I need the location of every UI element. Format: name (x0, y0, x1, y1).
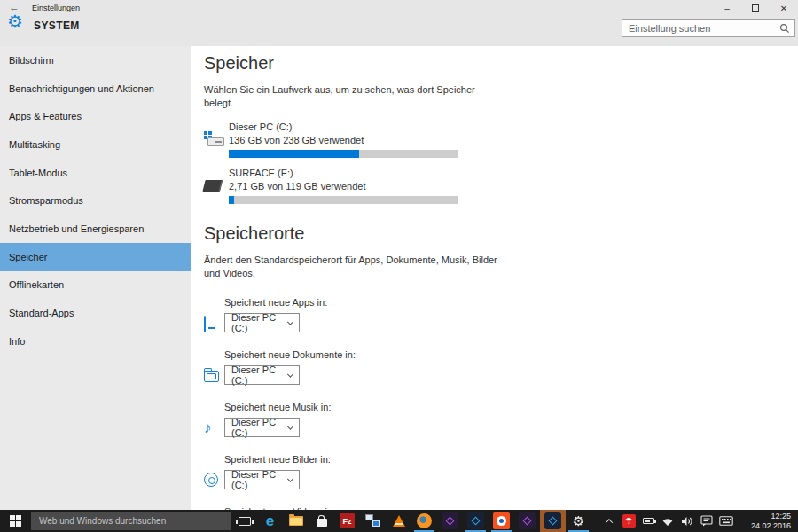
chevron-up-icon (606, 519, 613, 526)
taskbar-file-explorer[interactable] (283, 510, 309, 532)
restore-button[interactable] (741, 0, 770, 16)
drive-c[interactable]: Dieser PC (C:) 136 GB von 238 GB verwend… (204, 121, 798, 158)
drive-e[interactable]: SURFACE (E:) 2,71 GB von 119 GB verwende… (204, 167, 798, 204)
battery-icon (643, 518, 654, 524)
file-explorer-icon (289, 516, 303, 526)
task-view-button[interactable] (231, 510, 257, 532)
save-location-apps: Speichert neue Apps in: Dieser PC (C:) (204, 296, 798, 332)
drive-list: Dieser PC (C:) 136 GB von 238 GB verwend… (204, 121, 798, 204)
action-center-icon (700, 515, 713, 527)
restore-icon (752, 4, 759, 12)
tray-show-hidden-icons[interactable] (599, 510, 619, 532)
drive-e-info: SURFACE (E:) 2,71 GB von 119 GB verwende… (229, 167, 458, 204)
tray-action-center[interactable] (697, 510, 716, 532)
sidebar-item-offlinekarten[interactable]: Offlinekarten (0, 271, 191, 300)
avira-icon: ☂ (622, 514, 636, 528)
taskbar-search-placeholder: Web und Windows durchsuchen (31, 516, 166, 526)
taskbar-edge[interactable]: e (257, 510, 283, 532)
settings-window: ← Einstellungen – ✕ ⚙ SYSTEM Bildschirm (0, 0, 798, 510)
chevron-down-icon (287, 423, 293, 429)
clock-date: 24.02.2016 (738, 521, 791, 531)
sidebar-item-tablet-modus[interactable]: Tablet-Modus (0, 159, 191, 187)
settings-sidebar: Bildschirm Benachrichtigungen und Aktion… (0, 46, 191, 510)
blue-diamond-app-icon (467, 512, 484, 529)
taskbar-search-box[interactable]: Web und Windows durchsuchen (31, 512, 231, 530)
settings-content: Speicher Wählen Sie ein Laufwerk aus, um… (191, 46, 798, 510)
store-bag-icon (317, 519, 327, 527)
drive-e-usage: 2,71 GB von 119 GB verwendet (229, 180, 458, 193)
blue-diamond-app-icon (544, 512, 561, 529)
taskbar-settings[interactable]: ⚙ (566, 510, 591, 532)
search-icon (779, 23, 790, 34)
sidebar-item-speicher[interactable]: Speicher (0, 243, 191, 271)
save-bilder-dropdown[interactable]: Dieser PC (C:) (224, 470, 300, 489)
save-dokumente-dropdown[interactable]: Dieser PC (C:) (224, 365, 300, 385)
sidebar-item-apps-features[interactable]: Apps & Features (0, 102, 191, 130)
taskbar-app-blue-active[interactable] (540, 510, 566, 532)
sidebar-item-info[interactable]: Info (0, 327, 191, 356)
eye-app-icon (493, 512, 510, 529)
edge-icon: e (266, 513, 274, 528)
close-button[interactable]: ✕ (770, 0, 798, 16)
save-location-bilder: Speichert neue Bilder in: Dieser PC (C:) (204, 453, 798, 489)
filezilla-icon: Fz (340, 513, 355, 528)
window-chrome: ← Einstellungen – ✕ ⚙ SYSTEM (0, 0, 798, 46)
taskbar-store[interactable] (309, 510, 334, 532)
task-view-icon (239, 517, 251, 526)
taskbar-clock[interactable]: 12:25 24.02.2016 (738, 512, 791, 530)
tray-avira[interactable]: ☂ (619, 510, 638, 532)
sidebar-item-standard-apps[interactable]: Standard-Apps (0, 299, 191, 327)
save-location-musik: Speichert neue Musik in: ♪ Dieser PC (C:… (204, 401, 798, 437)
sidebar-item-bildschirm[interactable]: Bildschirm (0, 46, 191, 74)
taskbar-filezilla[interactable]: Fz (334, 510, 360, 532)
drive-c-name: Dieser PC (C:) (229, 121, 458, 134)
tray-wifi[interactable] (658, 510, 677, 532)
drive-e-name: SURFACE (E:) (229, 167, 458, 180)
taskbar-app-blue-1[interactable] (463, 510, 489, 532)
locations-description: Ändert den Standardspeicherort für Apps,… (204, 254, 501, 280)
sidebar-item-multitasking[interactable]: Multitasking (0, 130, 191, 159)
drive-c-usage: 136 GB von 238 GB verwendet (229, 134, 458, 147)
taskbar-remote-desktop[interactable] (360, 510, 386, 532)
wifi-icon (661, 516, 674, 527)
sidebar-item-netzbetrieb[interactable]: Netzbetrieb und Energiesparen (0, 215, 191, 243)
surface-drive-icon (204, 167, 229, 204)
save-dokumente-label: Speichert neue Dokumente in: (224, 348, 798, 361)
save-bilder-label: Speichert neue Bilder in: (224, 453, 798, 466)
taskbar-firefox[interactable] (411, 510, 437, 532)
save-apps-dropdown[interactable]: Dieser PC (C:) (224, 313, 300, 332)
sidebar-item-benachrichtigungen[interactable]: Benachrichtigungen und Aktionen (0, 74, 191, 103)
keyboard-icon (719, 516, 733, 526)
sidebar-item-stromsparmodus[interactable]: Stromsparmodus (0, 186, 191, 215)
taskbar-vlc[interactable] (386, 510, 411, 532)
start-button[interactable] (0, 510, 31, 532)
drive-e-usage-bar (229, 196, 458, 204)
settings-search-input[interactable] (622, 23, 779, 34)
save-dokumente-value: Dieser PC (C:) (231, 364, 288, 386)
music-note-icon: ♪ (204, 420, 212, 435)
titlebar: ← Einstellungen – ✕ (0, 0, 798, 16)
tray-battery[interactable] (638, 510, 658, 532)
desktop: ← Einstellungen – ✕ ⚙ SYSTEM Bildschirm (0, 0, 798, 532)
save-musik-dropdown[interactable]: Dieser PC (C:) (224, 418, 300, 437)
tray-keyboard[interactable] (716, 510, 736, 532)
apps-monitor-icon (204, 317, 220, 330)
minimize-button[interactable]: – (713, 0, 741, 16)
window-title: Einstellungen (32, 4, 80, 12)
save-musik-label: Speichert neue Musik in: (224, 401, 798, 413)
remote-desktop-icon (365, 514, 380, 528)
settings-search-box[interactable] (622, 19, 795, 37)
tray-volume[interactable] (677, 510, 697, 532)
drive-e-usage-fill (229, 196, 234, 204)
taskbar-app-purple-1[interactable] (437, 510, 463, 532)
pictures-camera-icon (204, 473, 218, 487)
locations-heading: Speicherorte (204, 223, 798, 243)
save-location-dokumente: Speichert neue Dokumente in: Dieser PC (… (204, 348, 798, 385)
chevron-down-icon (287, 475, 293, 481)
save-musik-value: Dieser PC (C:) (231, 417, 288, 438)
page-title: SYSTEM (34, 20, 80, 32)
storage-description: Wählen Sie ein Laufwerk aus, um zu sehen… (204, 83, 501, 110)
taskbar-app-eye[interactable] (489, 510, 514, 532)
save-apps-value: Dieser PC (C:) (231, 312, 288, 333)
taskbar-app-purple-2[interactable] (514, 510, 540, 532)
